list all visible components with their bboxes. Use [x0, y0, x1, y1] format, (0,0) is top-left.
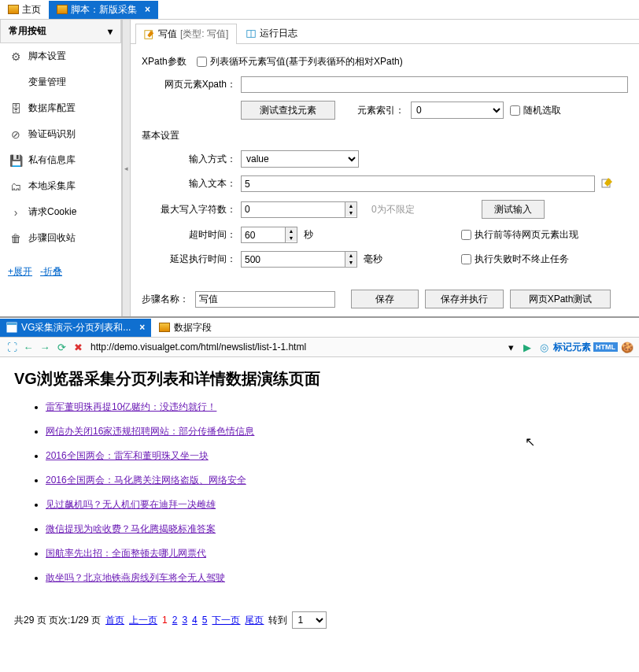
page-first[interactable]: 首页 — [105, 614, 124, 627]
sidebar-item-2[interactable]: 🗄数据库配置 — [0, 95, 121, 121]
page-goto-label: 转到 — [268, 614, 287, 627]
form-icon — [57, 5, 68, 14]
go-icon[interactable]: ▶ — [520, 340, 534, 354]
tab-home[interactable]: 主页 — [0, 1, 49, 19]
tab-write-value[interactable]: 写值 [类型: 写值] — [135, 24, 237, 44]
max-chars-spinner[interactable]: ▲▼ — [241, 201, 357, 218]
list-item: 雷军董明珠再提10亿赌约：没违约就行！ — [46, 401, 625, 414]
test-find-button[interactable]: 测试查找元素 — [241, 101, 335, 120]
list-item: 2016全国两会：马化腾关注网络盗版、网络安全 — [46, 474, 625, 487]
form-icon — [8, 5, 19, 14]
input-text-label: 输入文本： — [142, 177, 241, 190]
tab-run-log[interactable]: 运行日志 — [237, 23, 306, 43]
news-link-3[interactable]: 2016全国两会：马化腾关注网络盗版、网络安全 — [46, 474, 246, 486]
pagination: 共29 页 页次:1/29 页 首页 上一页 1 2 3 4 5 下一页 尾页 … — [0, 607, 639, 633]
max-chars-label: 最大写入字符数： — [142, 203, 241, 216]
mark-element-button[interactable]: 标记元素 — [553, 341, 591, 354]
page-prev[interactable]: 上一页 — [129, 614, 157, 627]
target-icon[interactable]: ◎ — [537, 340, 551, 354]
refresh-icon[interactable]: ⟳ — [54, 340, 68, 354]
sidebar-header[interactable]: 常用按钮 ▾ — [0, 20, 121, 43]
news-link-7[interactable]: 敢坐吗？北京地铁燕房线列车将全无人驾驶 — [46, 572, 225, 583]
tab-script[interactable]: 脚本：新版采集 × — [49, 1, 158, 19]
input-text-input[interactable] — [241, 175, 595, 192]
sidebar-icon: 💾 — [9, 154, 22, 167]
xpath-test-button[interactable]: 网页XPath测试 — [510, 290, 611, 308]
sidebar-item-3[interactable]: ⊘验证码识别 — [0, 121, 121, 147]
sidebar-icon: ⊘ — [9, 128, 22, 141]
sidebar-icon: 🗑 — [9, 232, 22, 245]
cookie-icon[interactable]: 🍪 — [620, 340, 634, 354]
sidebar-icon: › — [9, 206, 22, 219]
news-link-2[interactable]: 2016全国两会：雷军和董明珠又坐一块 — [46, 450, 209, 461]
xpath-group-label: XPath参数 — [142, 55, 197, 68]
page-3[interactable]: 3 — [182, 615, 187, 626]
sidebar-item-6[interactable]: ›请求Cookie — [0, 199, 121, 225]
page-goto-select[interactable]: 1 — [292, 611, 327, 629]
input-mode-label: 输入方式： — [142, 153, 241, 166]
news-link-4[interactable]: 见过飙机吗？无人机们要在迪拜一决雌雄 — [46, 499, 216, 510]
edit-var-icon[interactable] — [601, 176, 614, 191]
form-icon — [159, 323, 170, 332]
page-5[interactable]: 5 — [202, 615, 208, 626]
fullscreen-icon[interactable]: ⛶ — [5, 340, 19, 354]
page-2[interactable]: 2 — [172, 615, 178, 626]
step-name-label: 步骤名称： — [142, 293, 189, 306]
delay-label: 延迟执行时间： — [142, 253, 241, 266]
no-stop-checkbox[interactable]: 执行失败时不终止任务 — [461, 253, 569, 266]
timeout-spinner[interactable]: ▲▼ — [241, 227, 297, 243]
browser-tab-fields[interactable]: 数据字段 — [151, 319, 220, 337]
xpath-input[interactable] — [241, 76, 628, 93]
splitter[interactable]: ◂ — [122, 20, 131, 316]
page-last[interactable]: 尾页 — [245, 614, 264, 627]
sidebar-item-4[interactable]: 💾私有信息库 — [0, 147, 121, 173]
step-name-input[interactable] — [195, 291, 335, 308]
dropdown-icon[interactable]: ▾ — [108, 26, 113, 37]
loop-checkbox[interactable]: 列表循环元素写值(基于列表循环的相对XPath) — [197, 55, 403, 68]
page-total: 共29 页 页次:1/29 页 — [14, 614, 101, 627]
browser-tab-preview[interactable]: VG采集演示-分页列表和... × — [0, 319, 151, 337]
close-icon[interactable]: × — [145, 4, 150, 15]
page-next[interactable]: 下一页 — [212, 614, 240, 627]
basic-group-label: 基本设置 — [142, 129, 628, 142]
sidebar: 常用按钮 ▾ ⚙脚本设置变量管理🗄数据库配置⊘验证码识别💾私有信息库🗂本地采集库… — [0, 20, 122, 316]
sidebar-icon — [9, 76, 22, 89]
sidebar-item-0[interactable]: ⚙脚本设置 — [0, 43, 121, 69]
page-icon — [6, 322, 17, 333]
forward-icon[interactable]: → — [38, 340, 52, 354]
sidebar-item-7[interactable]: 🗑步骤回收站 — [0, 225, 121, 251]
list-item: 国航率先出招：全面整顿去哪儿网票代 — [46, 547, 625, 560]
page-title: VG浏览器采集分页列表和详情数据演练页面 — [14, 368, 625, 390]
sidebar-item-1[interactable]: 变量管理 — [0, 69, 121, 95]
news-link-5[interactable]: 微信提现为啥收费？马化腾揭晓标准答案 — [46, 523, 216, 534]
timeout-unit: 秒 — [304, 228, 461, 242]
news-link-1[interactable]: 网信办关闭16家违规招聘网站：部分传播色情信息 — [46, 426, 254, 437]
delay-unit: 毫秒 — [364, 253, 461, 266]
page-1: 1 — [162, 615, 168, 626]
page-4[interactable]: 4 — [192, 615, 198, 626]
wait-checkbox[interactable]: 执行前等待网页元素出现 — [461, 228, 578, 242]
dropdown-icon[interactable]: ▾ — [504, 340, 518, 354]
list-item: 网信办关闭16家违规招聘网站：部分传播色情信息 — [46, 425, 625, 438]
list-item: 见过飙机吗？无人机们要在迪拜一决雌雄 — [46, 498, 625, 511]
input-mode-select[interactable]: value — [241, 150, 359, 168]
random-checkbox[interactable]: 随机选取 — [510, 104, 561, 117]
html-badge[interactable]: HTML — [593, 342, 618, 352]
expand-link[interactable]: +展开 — [8, 265, 32, 279]
collapse-link[interactable]: -折叠 — [40, 265, 62, 279]
delay-spinner[interactable]: ▲▼ — [241, 251, 357, 268]
xpath-label: 网页元素Xpath： — [142, 78, 241, 91]
news-link-0[interactable]: 雷军董明珠再提10亿赌约：没违约就行！ — [46, 401, 216, 412]
url-input[interactable] — [87, 340, 501, 354]
back-icon[interactable]: ← — [21, 340, 35, 354]
news-link-6[interactable]: 国航率先出招：全面整顿去哪儿网票代 — [46, 548, 206, 559]
svg-rect-5 — [7, 323, 17, 325]
test-input-button[interactable]: 测试输入 — [482, 200, 545, 219]
close-icon[interactable]: × — [139, 322, 145, 333]
sidebar-item-5[interactable]: 🗂本地采集库 — [0, 173, 121, 199]
list-item: 敢坐吗？北京地铁燕房线列车将全无人驾驶 — [46, 571, 625, 585]
save-button[interactable]: 保存 — [351, 290, 419, 308]
elem-index-select[interactable]: 0 — [411, 102, 504, 119]
save-run-button[interactable]: 保存并执行 — [425, 290, 504, 308]
stop-icon[interactable]: ✖ — [71, 340, 85, 354]
